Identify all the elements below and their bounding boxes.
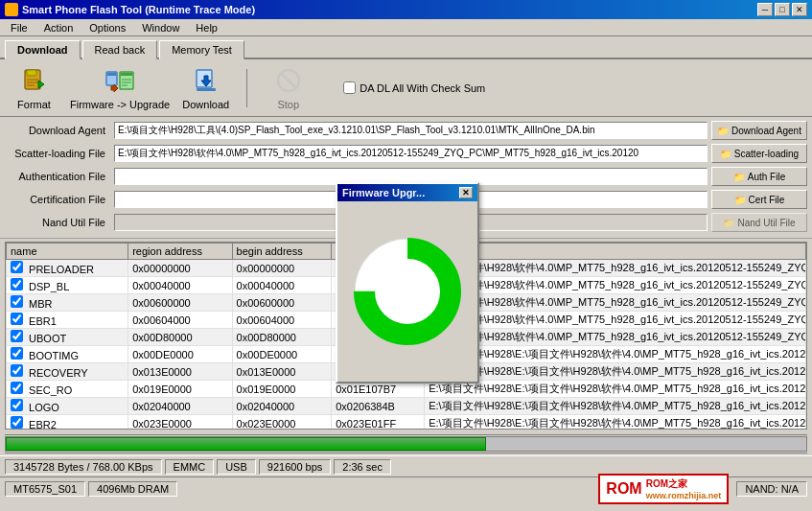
tab-readback[interactable]: Read back	[82, 40, 158, 59]
row-checkbox[interactable]	[11, 278, 23, 290]
menu-options[interactable]: Options	[83, 21, 131, 34]
cell-path: E:\项目文件\H928\E:\项目文件\H928\软件\4.0\MP_MT75…	[425, 346, 806, 363]
row-checkbox[interactable]	[11, 399, 23, 411]
row-checkbox[interactable]	[11, 261, 23, 273]
cell-name: RECOVERY	[7, 363, 128, 381]
maximize-button[interactable]: □	[775, 3, 790, 16]
download-button[interactable]: Download	[179, 65, 232, 110]
table-row[interactable]: EBR2 0x023E0000 0x023E0000 0x023E01FF E:…	[7, 415, 806, 430]
cell-name: UBOOT	[7, 329, 128, 346]
col-header-name: name	[7, 244, 128, 260]
cell-region: 0x019E0000	[128, 381, 232, 398]
download-agent-label: Download Agent	[5, 125, 110, 136]
firmware-dialog-body	[337, 201, 477, 382]
cell-begin: 0x00604000	[232, 312, 332, 329]
scatter-loading-row: Scatter-loading File E:\项目文件\H928\软件\4.0…	[5, 143, 807, 164]
stop-icon	[273, 65, 304, 96]
row-checkbox[interactable]	[11, 347, 23, 360]
cell-region: 0x00604000	[128, 312, 232, 329]
firmware-upgrade-icon	[104, 65, 135, 96]
cert-file-label: Certification File	[5, 194, 110, 205]
svg-rect-8	[121, 73, 132, 76]
cell-path: E:\项目文件\H928\软件\4.0\MP_MT75_h928_g16_ivt…	[425, 260, 806, 277]
tab-memorytest[interactable]: Memory Test	[159, 40, 244, 59]
progress-bar-fill	[6, 437, 486, 451]
svg-rect-6	[107, 73, 116, 76]
cell-path: E:\项目文件\H928\软件\4.0\MP_MT75_h928_g16_ivt…	[425, 277, 806, 294]
status-emmc: EMMC	[165, 459, 215, 475]
status-bps: 921600 bps	[259, 459, 332, 475]
row-checkbox[interactable]	[11, 330, 23, 342]
download-agent-button[interactable]: 📁 Download Agent	[711, 121, 807, 140]
col-header-region: region address	[128, 244, 232, 260]
svg-rect-1	[27, 70, 36, 76]
col-header-path	[425, 244, 806, 260]
da-dl-label: DA DL All With Check Sum	[360, 82, 485, 94]
cell-path: E:\项目文件\H928\软件\4.0\MP_MT75_h928_g16_ivt…	[425, 329, 806, 346]
menu-file[interactable]: File	[5, 21, 34, 34]
scatter-loading-label: Scatter-loading File	[5, 148, 110, 159]
cell-region: 0x013E0000	[128, 363, 232, 381]
title-bar: Smart Phone Flash Tool (Runtime Trace Mo…	[0, 0, 812, 19]
cell-path: E:\项目文件\H928\E:\项目文件\H928\软件\4.0\MP_MT75…	[425, 363, 806, 381]
menu-window[interactable]: Window	[136, 21, 185, 34]
cell-region: 0x00600000	[128, 294, 232, 312]
cell-end: 0x0206384B	[332, 398, 425, 415]
firmware-upgrade-button[interactable]: Firmware -> Upgrade	[70, 65, 170, 110]
menu-bar: File Action Options Window Help	[0, 19, 812, 36]
row-checkbox[interactable]	[11, 382, 23, 394]
download-agent-row: Download Agent E:\项目文件\H928\工具\(4.0)SP_F…	[5, 120, 807, 141]
auth-file-button[interactable]: 📁 Auth File	[711, 167, 807, 186]
minimize-button[interactable]: ─	[757, 3, 773, 16]
cell-path: E:\项目文件\H928\E:\项目文件\H928\软件\4.0\MP_MT75…	[425, 398, 806, 415]
cell-path: E:\项目文件\H928\E:\项目文件\H928\软件\4.0\MP_MT75…	[425, 381, 806, 398]
firmware-dialog-title: Firmware Upgr... ✕	[337, 184, 477, 201]
cell-name: DSP_BL	[7, 277, 128, 294]
cell-begin: 0x00000000	[232, 260, 332, 277]
row-checkbox[interactable]	[11, 364, 23, 377]
cell-path: E:\项目文件\H928\软件\4.0\MP_MT75_h928_g16_ivt…	[425, 294, 806, 312]
status-dram: 4096Mb DRAM	[88, 481, 177, 497]
menu-help[interactable]: Help	[190, 21, 223, 34]
cell-name: EBR2	[7, 415, 128, 430]
status-time: 2:36 sec	[334, 459, 391, 475]
watermark-rom: ROM	[606, 480, 641, 498]
cell-begin: 0x019E0000	[232, 381, 332, 398]
da-dl-checkbox[interactable]	[343, 81, 356, 94]
format-button[interactable]: Format	[8, 65, 60, 110]
scatter-loading-input[interactable]: E:\项目文件\H928\软件\4.0\MP_MT75_h928_g16_ivt…	[114, 145, 708, 162]
row-checkbox[interactable]	[11, 295, 23, 308]
tab-bar: Download Read back Memory Test	[0, 36, 812, 59]
nand-util-button[interactable]: 📁 Nand Util File	[711, 213, 807, 232]
svg-rect-13	[197, 88, 216, 91]
menu-action[interactable]: Action	[38, 21, 80, 34]
scatter-loading-button[interactable]: 📁 Scatter-loading	[711, 144, 807, 163]
row-checkbox[interactable]	[11, 416, 23, 429]
status-usb: USB	[217, 459, 256, 475]
cell-region: 0x00D80000	[128, 329, 232, 346]
close-button[interactable]: ✕	[792, 3, 807, 16]
firmware-dialog-close[interactable]: ✕	[459, 187, 473, 198]
cell-begin: 0x013E0000	[232, 363, 332, 381]
stop-button[interactable]: Stop	[262, 65, 314, 110]
tab-download[interactable]: Download	[5, 40, 81, 59]
firmware-progress-donut	[350, 234, 465, 349]
nand-util-label: Nand Util File	[5, 217, 110, 228]
watermark-text: ROM之家 www.romzhijia.net	[646, 477, 722, 500]
cell-region: 0x023E0000	[128, 415, 232, 430]
title-bar-buttons: ─ □ ✕	[757, 3, 807, 16]
cell-name: SEC_RO	[7, 381, 128, 398]
cell-path: E:\项目文件\H928\E:\项目文件\H928\软件\4.0\MP_MT75…	[425, 415, 806, 430]
svg-line-15	[281, 73, 296, 88]
cert-file-button[interactable]: 📁 Cert File	[711, 190, 807, 209]
cell-begin: 0x00600000	[232, 294, 332, 312]
cell-name: EBR1	[7, 312, 128, 329]
cell-end: 0x023E01FF	[332, 415, 425, 430]
format-icon	[19, 65, 50, 96]
row-checkbox[interactable]	[11, 313, 23, 325]
col-header-begin: begin address	[232, 244, 332, 260]
table-row[interactable]: LOGO 0x02040000 0x02040000 0x0206384B E:…	[7, 398, 806, 415]
toolbar: Format Firmware -> Upgrade Downlo	[0, 59, 812, 117]
cell-region: 0x00000000	[128, 260, 232, 277]
download-agent-input[interactable]: E:\项目文件\H928\工具\(4.0)SP_Flash_Tool_exe_v…	[114, 122, 708, 139]
